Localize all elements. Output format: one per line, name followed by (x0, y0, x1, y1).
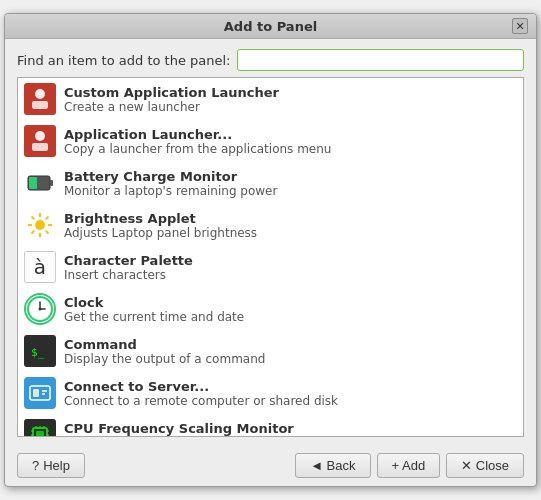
item-text: Application Launcher... Copy a launcher … (64, 127, 331, 156)
custom-app-icon (24, 83, 56, 115)
add-button[interactable]: + Add (377, 453, 441, 478)
item-desc: Display the output of a command (64, 352, 265, 366)
app-launcher-icon (24, 125, 56, 157)
list-item[interactable]: Custom Application Launcher Create a new… (18, 78, 523, 120)
svg-line-14 (46, 217, 49, 220)
item-text: Clock Get the current time and date (64, 295, 244, 324)
list-item[interactable]: Connect to Server... Connect to a remote… (18, 372, 523, 414)
item-title: Battery Charge Monitor (64, 169, 277, 184)
svg-point-2 (35, 131, 45, 141)
footer: ? Help ◄ Back + Add ✕ Close (5, 445, 536, 486)
item-text: CPU Frequency Scaling Monitor Monitor th… (64, 421, 294, 438)
item-desc: Connect to a remote computer or shared d… (64, 394, 338, 408)
svg-rect-22 (33, 389, 39, 397)
item-title: Character Palette (64, 253, 193, 268)
search-input[interactable] (237, 49, 525, 71)
list-item[interactable]: Clock Get the current time and date (18, 288, 523, 330)
item-desc: Get the current time and date (64, 310, 244, 324)
item-text: Command Display the output of a command (64, 337, 265, 366)
list-item[interactable]: à Character Palette Insert characters (18, 246, 523, 288)
svg-text:$_: $_ (31, 346, 45, 359)
search-label: Find an item to add to the panel: (17, 53, 231, 68)
item-text: Custom Application Launcher Create a new… (64, 85, 279, 114)
item-desc: Create a new launcher (64, 100, 279, 114)
svg-rect-6 (29, 177, 37, 189)
item-desc: Adjusts Laptop panel brightness (64, 226, 257, 240)
list-item[interactable]: Battery Charge Monitor Monitor a laptop'… (18, 162, 523, 204)
item-text: Brightness Applet Adjusts Laptop panel b… (64, 211, 257, 240)
item-title: Connect to Server... (64, 379, 338, 394)
items-list[interactable]: Custom Application Launcher Create a new… (17, 77, 524, 437)
clock-icon (24, 293, 56, 325)
svg-rect-26 (36, 431, 44, 437)
item-text: Battery Charge Monitor Monitor a laptop'… (64, 169, 277, 198)
item-title: Application Launcher... (64, 127, 331, 142)
item-title: Brightness Applet (64, 211, 257, 226)
titlebar: Add to Panel ✕ (5, 14, 536, 39)
brightness-icon (24, 209, 56, 241)
item-desc: Monitor a laptop's remaining power (64, 184, 277, 198)
search-row: Find an item to add to the panel: (17, 49, 524, 71)
item-desc: Copy a launcher from the applications me… (64, 142, 331, 156)
help-label: Help (43, 458, 70, 473)
item-title: CPU Frequency Scaling Monitor (64, 421, 294, 436)
battery-icon (24, 167, 56, 199)
item-title: Custom Application Launcher (64, 85, 279, 100)
svg-line-13 (46, 231, 49, 234)
action-buttons: ◄ Back + Add ✕ Close (295, 453, 524, 478)
dialog-title: Add to Panel (29, 19, 512, 34)
item-text: Connect to Server... Connect to a remote… (64, 379, 338, 408)
titlebar-close-button[interactable]: ✕ (512, 18, 528, 34)
back-button[interactable]: ◄ Back (295, 453, 370, 478)
svg-point-0 (35, 89, 45, 99)
svg-point-19 (39, 308, 42, 311)
list-item[interactable]: Brightness Applet Adjusts Laptop panel b… (18, 204, 523, 246)
item-text: Character Palette Insert characters (64, 253, 193, 282)
item-title: Clock (64, 295, 244, 310)
dialog-content: Find an item to add to the panel: Custom… (5, 39, 536, 445)
svg-rect-5 (50, 180, 53, 186)
svg-rect-1 (32, 101, 48, 109)
char-icon: à (24, 251, 56, 283)
item-desc: Monitor the CPU Frequency Scaling (64, 436, 294, 438)
cpu-icon (24, 419, 56, 437)
connect-icon (24, 377, 56, 409)
help-button[interactable]: ? Help (17, 453, 85, 478)
list-item[interactable]: CPU Frequency Scaling Monitor Monitor th… (18, 414, 523, 437)
svg-line-12 (32, 217, 35, 220)
list-item[interactable]: Application Launcher... Copy a launcher … (18, 120, 523, 162)
svg-rect-3 (32, 143, 48, 151)
svg-point-7 (35, 220, 45, 230)
command-icon: $_ (24, 335, 56, 367)
item-desc: Insert characters (64, 268, 193, 282)
add-to-panel-dialog: Add to Panel ✕ Find an item to add to th… (4, 13, 537, 487)
item-title: Command (64, 337, 265, 352)
help-icon: ? (32, 458, 39, 473)
close-button[interactable]: ✕ Close (446, 453, 524, 478)
list-item[interactable]: $_ Command Display the output of a comma… (18, 330, 523, 372)
svg-line-15 (32, 231, 35, 234)
